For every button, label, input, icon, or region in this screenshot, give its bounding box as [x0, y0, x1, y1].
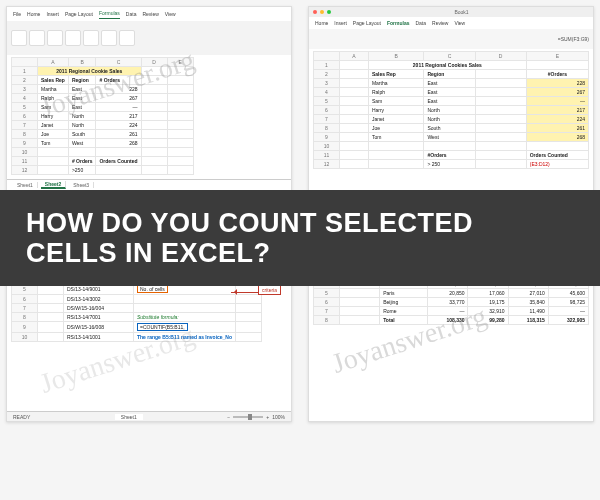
ribbon-tabs[interactable]: Home Insert Page Layout Formulas Data Re…: [309, 17, 593, 29]
tab-file[interactable]: File: [13, 11, 21, 17]
zoom-icon[interactable]: [327, 10, 331, 14]
sheet-tab[interactable]: Sheet1: [115, 414, 143, 420]
titlebar: Book1: [309, 7, 593, 17]
sheet-tabs[interactable]: Sheet1 Sheet2 Sheet3: [7, 179, 291, 189]
ribbon: File Home Insert Page Layout Formulas Da…: [7, 7, 291, 55]
worksheet[interactable]: ABCDE 12011 Regional Cookies Sales 2Sale…: [309, 49, 593, 199]
tab-formulas[interactable]: Formulas: [99, 10, 120, 19]
nocells-label: No. of cells: [137, 285, 168, 293]
ribbon-tabs[interactable]: File Home Insert Page Layout Formulas Da…: [7, 7, 291, 21]
formula-bar[interactable]: =SUM(F3:G9): [558, 36, 589, 42]
workbook-name: Book1: [454, 9, 468, 15]
ribbon-tools: =SUM(F3:G9): [309, 29, 593, 49]
tab-pagelayout[interactable]: Page Layout: [65, 11, 93, 17]
tab-data[interactable]: Data: [126, 11, 137, 17]
criteria-callout: criteria: [258, 285, 281, 295]
tab-review[interactable]: Review: [142, 11, 158, 17]
cells-table[interactable]: ABCDE 12011 Regional Cookie Sales 2 Sale…: [11, 57, 194, 175]
tool-icon[interactable]: [119, 30, 135, 46]
tab-home[interactable]: Home: [27, 11, 40, 17]
ribbon-tools: [7, 21, 291, 55]
tool-icon[interactable]: [29, 30, 45, 46]
tool-icon[interactable]: [101, 30, 117, 46]
headline-banner: HOW DO YOU COUNT SELECTED CELLS IN EXCEL…: [0, 190, 600, 286]
zoom-control[interactable]: −+ 100%: [227, 414, 285, 420]
tab-view[interactable]: View: [165, 11, 176, 17]
tool-icon[interactable]: [65, 30, 81, 46]
status-bar: READY Sheet1 −+ 100%: [7, 411, 291, 421]
excel-screenshot-1: File Home Insert Page Layout Formulas Da…: [6, 6, 292, 206]
close-icon[interactable]: [313, 10, 317, 14]
cells-table[interactable]: ABCDE 12011 Regional Cookies Sales 2Sale…: [313, 51, 589, 169]
headline-text: HOW DO YOU COUNT SELECTED CELLS IN EXCEL…: [26, 208, 526, 268]
tab-insert[interactable]: Insert: [46, 11, 59, 17]
tool-icon[interactable]: [83, 30, 99, 46]
status-ready: READY: [13, 414, 30, 420]
excel-screenshot-2: Book1 Home Insert Page Layout Formulas D…: [308, 6, 594, 206]
tool-icon[interactable]: [47, 30, 63, 46]
zoom-slider-icon[interactable]: [233, 416, 263, 418]
minimize-icon[interactable]: [320, 10, 324, 14]
tool-icon[interactable]: [11, 30, 27, 46]
title-cell[interactable]: 2011 Regional Cookie Sales: [38, 67, 142, 76]
formula-cell[interactable]: =COUNTIF(B5:B11,: [137, 323, 188, 331]
ribbon: Book1 Home Insert Page Layout Formulas D…: [309, 7, 593, 49]
worksheet[interactable]: ABCDE 12011 Regional Cookie Sales 2 Sale…: [7, 55, 291, 189]
